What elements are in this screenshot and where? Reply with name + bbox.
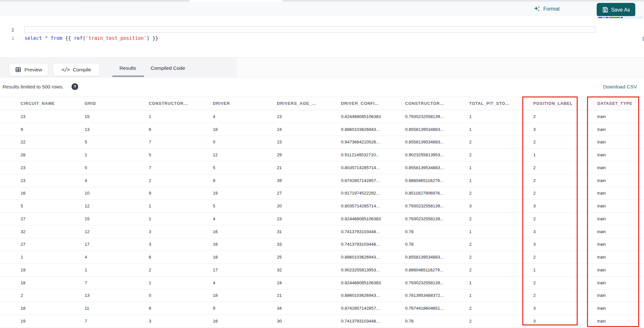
table-cell: 4 xyxy=(85,178,149,183)
table-cell: 9 xyxy=(213,306,277,311)
table-row: 23575210.8035714285714...0.8558139534883… xyxy=(0,161,644,174)
table-cell: 0.7930232558139... xyxy=(405,216,469,221)
table-cell: 9 xyxy=(149,191,213,196)
table-row: 3212316310.7413793103448...0.7813train xyxy=(0,225,644,238)
table-row: 2717316330.7413793103448...0.7823train xyxy=(0,238,644,251)
table-cell: 23 xyxy=(21,165,85,170)
table-cell: 2 xyxy=(533,293,597,298)
preview-button[interactable]: Preview xyxy=(9,63,48,76)
editor-scrollbar[interactable] xyxy=(643,37,644,41)
table-cell: 10 xyxy=(85,191,149,196)
table-cell: 5 xyxy=(85,140,149,144)
line-number-2: 2 xyxy=(0,27,14,32)
table-cell: 0.8558139534883... xyxy=(405,255,469,260)
save-as-button[interactable]: Save As xyxy=(597,3,635,17)
table-cell: 16 xyxy=(213,242,277,247)
column-header-circuit_name: CIRCUIT_NAME xyxy=(21,101,85,106)
format-button[interactable]: Format xyxy=(534,5,560,14)
table-row: 14618250.8860103626943...0.8558139534883… xyxy=(0,251,644,264)
table-cell: 18 xyxy=(213,127,277,132)
help-icon[interactable]: ? xyxy=(71,83,78,90)
table-cell: 2 xyxy=(149,178,213,183)
table-cell: 2 xyxy=(469,242,533,247)
table-cell: 21 xyxy=(277,293,341,298)
download-csv-link[interactable]: Download CSV xyxy=(603,84,637,90)
table-cell: 12 xyxy=(85,229,149,234)
table-row: 231514230.8244680851063830.7930232558139… xyxy=(0,110,644,123)
table-cell: 19 xyxy=(21,268,85,272)
table-cell: 29 xyxy=(277,152,341,157)
results-table: CIRCUIT_NAMEGRIDCONSTRUCTOR...DRIVERDRIV… xyxy=(0,96,644,328)
sql-editor[interactable]: 1 select * from {{ ref('train_test_posit… xyxy=(0,16,644,57)
preview-button-label: Preview xyxy=(24,67,42,73)
table-cell: 5 xyxy=(149,152,213,157)
table-cell: 0.7413793103448... xyxy=(341,319,405,323)
table-row: 1610919270.9171974522292...0.85116279069… xyxy=(0,187,644,200)
code-token: }} xyxy=(152,35,158,41)
table-cell: 6 xyxy=(149,127,213,132)
table-cell: 2 xyxy=(533,191,597,196)
table-cell: train xyxy=(597,127,644,132)
table-cell: 1 xyxy=(469,229,533,234)
table-cell: 0.7930232558139... xyxy=(405,204,469,208)
table-row: 191217320.9023255813953...0.886046511627… xyxy=(0,264,644,277)
table-cell: 1 xyxy=(149,114,213,119)
table-cell: 5 xyxy=(85,165,149,170)
table-cell: 3 xyxy=(149,319,213,323)
table-cell: 2 xyxy=(21,293,85,298)
table-cell: 0.7930232558139... xyxy=(405,280,469,285)
minimap-code-segment xyxy=(605,17,609,18)
minimap-code-segment xyxy=(603,17,605,18)
table-cell: 1 xyxy=(469,165,533,170)
table-cell: 13 xyxy=(85,127,149,132)
table-cell: train xyxy=(597,280,644,285)
table-cell: train xyxy=(597,242,644,247)
table-cell: train xyxy=(597,229,644,234)
table-cell: 9 xyxy=(213,178,277,183)
table-cell: 16 xyxy=(213,229,277,234)
table-cell: 32 xyxy=(21,229,85,234)
table-cell: 23 xyxy=(21,178,85,183)
table-cell: 27 xyxy=(277,191,341,196)
column-header-driver_confi: DRIVER_CONFI... xyxy=(341,101,405,106)
code-token xyxy=(48,35,51,41)
table-header-row: CIRCUIT_NAMEGRIDCONSTRUCTOR...DRIVERDRIV… xyxy=(0,96,644,110)
editor-minimap[interactable] xyxy=(597,16,643,55)
table-cell: 1 xyxy=(469,114,533,119)
table-cell: 17 xyxy=(85,242,149,247)
table-cell: 0.8558139534883... xyxy=(405,165,469,170)
table-cell: 0.8860103626943... xyxy=(341,293,405,298)
table-cell: 30 xyxy=(277,319,341,323)
table-cell: 0.7813953488372... xyxy=(405,293,469,298)
table-cell: 18 xyxy=(213,255,277,260)
table-row: 23429390.8742857142857...0.8860465116279… xyxy=(0,174,644,187)
table-cell: 4 xyxy=(213,216,277,221)
table-cell: 0.78 xyxy=(405,229,469,234)
compile-button[interactable]: </> Compile xyxy=(53,63,100,76)
table-cell: 2 xyxy=(533,255,597,260)
column-header-drivers_age_: DRIVERS_AGE_... xyxy=(277,101,341,106)
tab-compiled-code[interactable]: Compiled Code xyxy=(151,65,185,71)
tab-results[interactable]: Results xyxy=(119,65,136,71)
sparkles-icon xyxy=(534,5,541,13)
table-cell: 2 xyxy=(469,216,533,221)
table-cell: 3 xyxy=(149,229,213,234)
table-cell: 3 xyxy=(533,127,597,132)
active-tab-underline xyxy=(112,76,144,77)
code-token: ( xyxy=(83,35,86,41)
table-cell: 34 xyxy=(277,306,341,311)
table-cell: 7 xyxy=(85,280,149,285)
table-cell: 27 xyxy=(21,242,85,247)
table-cell: 1 xyxy=(533,152,597,157)
table-row: 181189340.8742857142857...0.767441860465… xyxy=(0,302,644,315)
table-cell: 24 xyxy=(277,127,341,132)
table-cell: 1 xyxy=(469,293,533,298)
table-cell: 6 xyxy=(149,255,213,260)
table-cell: 1 xyxy=(533,268,597,272)
table-cell: 3 xyxy=(469,204,533,208)
table-cell: 23 xyxy=(277,114,341,119)
table-cell: 1 xyxy=(85,268,149,272)
format-button-label: Format xyxy=(543,6,560,12)
table-cell: 0.8860103626943... xyxy=(341,255,405,260)
cursor-line-highlight xyxy=(24,26,595,33)
